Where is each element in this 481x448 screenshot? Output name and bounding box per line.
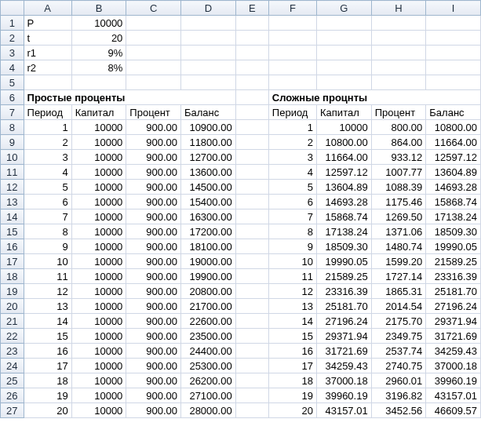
compound-balance[interactable]: 17138.24 [426,209,481,224]
simple-interest[interactable]: 900.00 [126,329,181,344]
simple-balance[interactable]: 19000.00 [181,254,236,269]
simple-balance[interactable]: 26200.00 [181,373,236,388]
cell-D[interactable] [181,46,236,60]
col-header-F[interactable]: F [268,1,316,16]
row-header[interactable]: 17 [1,254,24,269]
simple-interest[interactable]: 900.00 [126,209,181,224]
simple-interest[interactable]: 900.00 [126,373,181,388]
simple-interest[interactable]: 900.00 [126,120,181,135]
label-interest-simple[interactable]: Процент [126,105,181,120]
cell-A[interactable]: t [24,31,71,46]
compound-interest[interactable]: 2014.54 [371,299,426,314]
simple-balance[interactable]: 27100.00 [181,388,236,403]
compound-capital[interactable]: 13604.89 [317,180,372,195]
compound-interest[interactable]: 1088.39 [371,180,426,195]
row-header[interactable]: 6 [1,90,24,105]
compound-balance[interactable]: 25181.70 [426,284,481,299]
cell-I[interactable] [426,46,481,60]
row-header[interactable]: 18 [1,269,24,284]
col-header-C[interactable]: C [126,1,181,16]
compound-capital[interactable]: 10800.00 [317,135,372,150]
simple-interest[interactable]: 900.00 [126,195,181,209]
row-header[interactable]: 21 [1,314,24,329]
simple-period[interactable]: 18 [24,373,71,388]
cell-E[interactable] [235,46,268,60]
col-header-G[interactable]: G [317,1,372,16]
simple-capital[interactable]: 10000 [71,329,126,344]
cell-E[interactable] [235,75,268,90]
cell-B[interactable]: 20 [71,31,126,46]
cell-B[interactable] [71,75,126,90]
simple-capital[interactable]: 10000 [71,135,126,150]
compound-capital[interactable]: 43157.01 [317,403,372,418]
row-header[interactable]: 27 [1,403,24,418]
simple-period[interactable]: 9 [24,239,71,254]
compound-capital[interactable]: 25181.70 [317,299,372,314]
compound-capital[interactable]: 19990.05 [317,254,372,269]
compound-capital[interactable]: 34259.43 [317,359,372,373]
cell-G[interactable] [317,16,372,31]
simple-period[interactable]: 2 [24,135,71,150]
cell-B[interactable]: 9% [71,46,126,60]
compound-period[interactable]: 16 [268,344,316,359]
heading-simple[interactable]: Простые проценты [24,90,235,105]
compound-interest[interactable]: 933.12 [371,150,426,165]
simple-balance[interactable]: 11800.00 [181,135,236,150]
compound-period[interactable]: 4 [268,165,316,180]
simple-interest[interactable]: 900.00 [126,150,181,165]
row-header[interactable]: 14 [1,209,24,224]
simple-period[interactable]: 17 [24,359,71,373]
compound-balance[interactable]: 15868.74 [426,195,481,209]
compound-period[interactable]: 18 [268,373,316,388]
simple-capital[interactable]: 10000 [71,403,126,418]
cell-E[interactable] [235,150,268,165]
cell-E[interactable] [235,31,268,46]
cell-H[interactable] [371,75,426,90]
cell-E[interactable] [235,269,268,284]
row-header[interactable]: 26 [1,388,24,403]
compound-period[interactable]: 1 [268,120,316,135]
row-header[interactable]: 3 [1,46,24,60]
simple-capital[interactable]: 10000 [71,209,126,224]
simple-balance[interactable]: 23500.00 [181,329,236,344]
simple-balance[interactable]: 20800.00 [181,284,236,299]
cell-G[interactable] [317,46,372,60]
cell-I[interactable] [426,75,481,90]
label-balance-simple[interactable]: Баланс [181,105,236,120]
simple-period[interactable]: 13 [24,299,71,314]
cell-A[interactable]: r1 [24,46,71,60]
compound-interest[interactable]: 1599.20 [371,254,426,269]
simple-balance[interactable]: 15400.00 [181,195,236,209]
compound-period[interactable]: 13 [268,299,316,314]
simple-balance[interactable]: 19900.00 [181,269,236,284]
compound-capital[interactable]: 23316.39 [317,284,372,299]
compound-period[interactable]: 14 [268,314,316,329]
simple-period[interactable]: 7 [24,209,71,224]
simple-capital[interactable]: 10000 [71,165,126,180]
simple-period[interactable]: 16 [24,344,71,359]
simple-capital[interactable]: 10000 [71,314,126,329]
simple-balance[interactable]: 13600.00 [181,165,236,180]
compound-interest[interactable]: 1865.31 [371,284,426,299]
row-header[interactable]: 4 [1,60,24,75]
select-all-corner[interactable] [1,1,24,16]
simple-capital[interactable]: 10000 [71,388,126,403]
compound-interest[interactable]: 1727.14 [371,269,426,284]
compound-interest[interactable]: 1371.06 [371,224,426,239]
compound-balance[interactable]: 46609.57 [426,403,481,418]
compound-period[interactable]: 9 [268,239,316,254]
cell-G[interactable] [317,31,372,46]
row-header[interactable]: 25 [1,373,24,388]
cell-E[interactable] [235,329,268,344]
label-period-simple[interactable]: Период [24,105,71,120]
compound-balance[interactable]: 31721.69 [426,329,481,344]
row-header[interactable]: 13 [1,195,24,209]
row-header[interactable]: 19 [1,284,24,299]
compound-period[interactable]: 17 [268,359,316,373]
col-header-A[interactable]: A [24,1,71,16]
compound-capital[interactable]: 15868.74 [317,209,372,224]
compound-period[interactable]: 15 [268,329,316,344]
cell-C[interactable] [126,75,181,90]
simple-interest[interactable]: 900.00 [126,254,181,269]
simple-interest[interactable]: 900.00 [126,135,181,150]
